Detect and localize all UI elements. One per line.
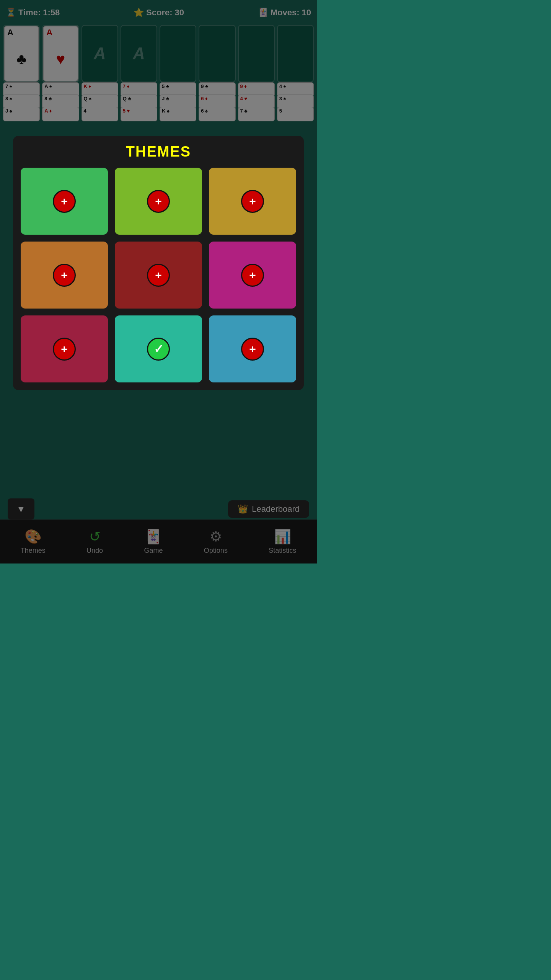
theme-tile-green-olive[interactable]: + bbox=[115, 168, 202, 235]
modal-overlay: THEMES + + + + + + + bbox=[0, 0, 317, 564]
theme-tile-dark-red[interactable]: + bbox=[115, 242, 202, 309]
themes-grid: + + + + + + + ✓ bbox=[21, 168, 296, 382]
modal-title: THEMES bbox=[21, 144, 296, 160]
theme-selected-button[interactable]: ✓ bbox=[147, 338, 170, 361]
theme-tile-orange[interactable]: + bbox=[21, 242, 108, 309]
theme-add-button[interactable]: + bbox=[53, 264, 76, 287]
theme-add-button[interactable]: + bbox=[241, 264, 264, 287]
theme-tile-purple[interactable]: + bbox=[209, 242, 296, 309]
theme-add-button[interactable]: + bbox=[241, 190, 264, 213]
theme-tile-gold[interactable]: + bbox=[209, 168, 296, 235]
theme-add-button[interactable]: + bbox=[53, 338, 76, 361]
theme-tile-teal[interactable]: ✓ bbox=[115, 315, 202, 382]
theme-add-button[interactable]: + bbox=[241, 338, 264, 361]
theme-tile-green-bright[interactable]: + bbox=[21, 168, 108, 235]
theme-add-button[interactable]: + bbox=[147, 264, 170, 287]
theme-add-button[interactable]: + bbox=[147, 190, 170, 213]
theme-tile-blue[interactable]: + bbox=[209, 315, 296, 382]
theme-add-button[interactable]: + bbox=[53, 190, 76, 213]
theme-tile-crimson[interactable]: + bbox=[21, 315, 108, 382]
themes-modal: THEMES + + + + + + + bbox=[13, 136, 304, 390]
